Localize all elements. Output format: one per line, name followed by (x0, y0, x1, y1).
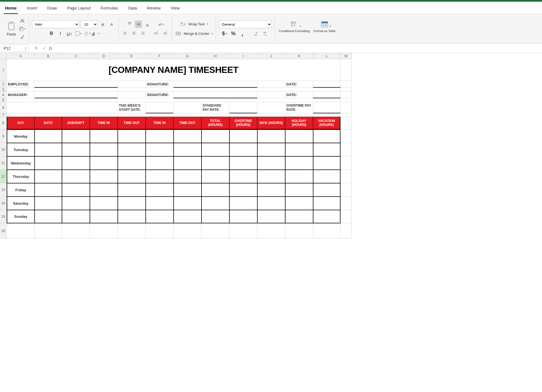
cell-data[interactable] (90, 210, 118, 223)
cell-data[interactable] (90, 197, 118, 210)
cell-data[interactable] (313, 210, 340, 223)
cell-data[interactable] (285, 156, 313, 170)
cell[interactable] (90, 223, 118, 238)
cell-data[interactable] (202, 197, 229, 210)
cell-data[interactable] (174, 130, 202, 143)
row-header-10[interactable]: 10 (0, 143, 7, 156)
cell-manager-value[interactable] (35, 92, 118, 98)
cell-std-rate-label[interactable]: STANDARD PAY RATE: (202, 102, 229, 113)
cell-data[interactable] (35, 143, 62, 156)
col-header-J[interactable]: J (257, 53, 285, 59)
cell[interactable] (7, 88, 340, 92)
cell-data[interactable] (35, 197, 62, 210)
cell-date-value[interactable] (313, 81, 340, 88)
cell-day-wednesday[interactable]: Wednesday (7, 156, 35, 170)
cell[interactable] (340, 130, 352, 143)
cell-data[interactable] (257, 130, 285, 143)
cell[interactable] (340, 143, 352, 156)
cell-manager-label[interactable]: MANAGER: (7, 92, 35, 98)
align-top-button[interactable] (126, 21, 133, 28)
row-header-9[interactable]: 9 (0, 130, 7, 143)
cell-day-sunday[interactable]: Sunday (7, 210, 35, 223)
cell-data[interactable] (202, 170, 229, 183)
col-header-B[interactable]: B (35, 53, 62, 59)
cell-data[interactable] (174, 156, 202, 170)
merge-center-button[interactable] (175, 30, 182, 37)
cell[interactable] (257, 102, 285, 113)
cell-week-start-value[interactable] (146, 102, 174, 113)
cell-data[interactable] (202, 210, 229, 223)
cell[interactable] (340, 113, 352, 117)
cell[interactable] (174, 102, 202, 113)
cell-signature-value[interactable] (174, 81, 257, 88)
col-header-L[interactable]: L (313, 53, 340, 59)
cell-data[interactable] (90, 183, 118, 197)
cell-data[interactable] (285, 143, 313, 156)
cell-day-thursday[interactable]: Thursday (7, 170, 35, 183)
cell-day-monday[interactable]: Monday (7, 130, 35, 143)
cell-data[interactable] (146, 210, 174, 223)
cell[interactable] (340, 88, 352, 92)
cell-data[interactable] (202, 183, 229, 197)
cancel-formula-button[interactable]: ✕ (32, 45, 40, 52)
cell-data[interactable] (90, 170, 118, 183)
orientation-button[interactable]: ab▾ (157, 21, 164, 28)
tab-review[interactable]: Review (146, 4, 162, 14)
cell-data[interactable] (174, 210, 202, 223)
cell-data[interactable] (257, 183, 285, 197)
row-header-1[interactable]: 1 (0, 59, 7, 81)
cell-day-friday[interactable]: Friday (7, 183, 35, 197)
row-header-5[interactable]: 5 (0, 98, 7, 102)
cell-day-tuesday[interactable]: Tuesday (7, 143, 35, 156)
cell[interactable] (340, 59, 352, 81)
cell-data[interactable] (313, 130, 340, 143)
cell-data[interactable] (118, 210, 146, 223)
th-sick[interactable]: SICK (HOURS) (257, 117, 285, 130)
cell-data[interactable] (62, 210, 90, 223)
cell[interactable] (340, 98, 352, 102)
borders-button[interactable]: ▾ (75, 30, 82, 37)
col-header-F[interactable]: F (146, 53, 174, 59)
cell-data[interactable] (202, 143, 229, 156)
col-header-D[interactable]: D (90, 53, 118, 59)
cell-data[interactable] (313, 183, 340, 197)
cell-week-start-label[interactable]: THIS WEEK'S START DATE: (118, 102, 146, 113)
cell-data[interactable] (257, 170, 285, 183)
font-size-select[interactable]: 10 (81, 20, 98, 28)
cell[interactable] (146, 223, 174, 238)
percent-button[interactable]: % (230, 30, 237, 37)
fx-icon[interactable]: fx (49, 46, 52, 51)
cell-data[interactable] (285, 183, 313, 197)
cell-title[interactable]: [COMPANY NAME] TIMESHEET (7, 59, 340, 81)
paste-button[interactable]: Paste (6, 21, 17, 37)
cell[interactable] (340, 170, 352, 183)
cell-data[interactable] (62, 156, 90, 170)
col-header-G[interactable]: G (174, 53, 202, 59)
cell-data[interactable] (62, 170, 90, 183)
cell-signature2-value[interactable] (174, 92, 257, 98)
conditional-formatting-button[interactable]: Conditional Formatting ▾ (278, 20, 311, 37)
align-center-button[interactable] (130, 30, 138, 37)
cell[interactable] (7, 98, 340, 102)
cell-data[interactable] (62, 130, 90, 143)
row-header-8[interactable]: 8 (0, 117, 7, 130)
col-header-C[interactable]: C (62, 53, 90, 59)
bold-button[interactable]: B (48, 30, 55, 37)
cell-std-rate-value[interactable] (229, 102, 257, 113)
cell-data[interactable] (202, 130, 229, 143)
wrap-text-dropdown[interactable]: ▾ (207, 23, 208, 25)
cell[interactable] (174, 223, 202, 238)
cell-data[interactable] (313, 170, 340, 183)
wrap-text-button[interactable]: abc (179, 20, 187, 28)
underline-button[interactable]: U▾ (66, 30, 73, 37)
align-middle-button[interactable] (135, 21, 142, 28)
th-vacation[interactable]: VACATION (HOURS) (313, 117, 340, 130)
format-as-table-button[interactable]: Format as Table ▾ (313, 20, 337, 37)
cell-data[interactable] (90, 130, 118, 143)
cell-data[interactable] (285, 210, 313, 223)
tab-draw[interactable]: Draw (46, 4, 58, 14)
cell-data[interactable] (35, 130, 62, 143)
cell-data[interactable] (257, 143, 285, 156)
th-job[interactable]: JOB/SHIFT (62, 117, 90, 130)
cell[interactable] (340, 210, 352, 223)
